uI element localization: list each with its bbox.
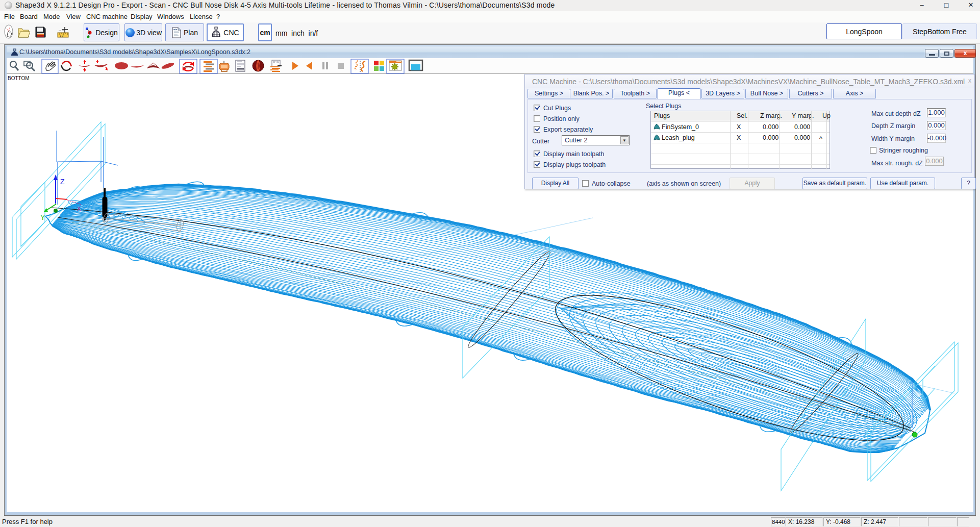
svg-text:Z: Z bbox=[60, 178, 65, 186]
svg-text:X: X bbox=[77, 206, 81, 212]
svg-text:1 0: 1 0 bbox=[60, 34, 63, 37]
svg-text:Y: Y bbox=[40, 213, 45, 221]
